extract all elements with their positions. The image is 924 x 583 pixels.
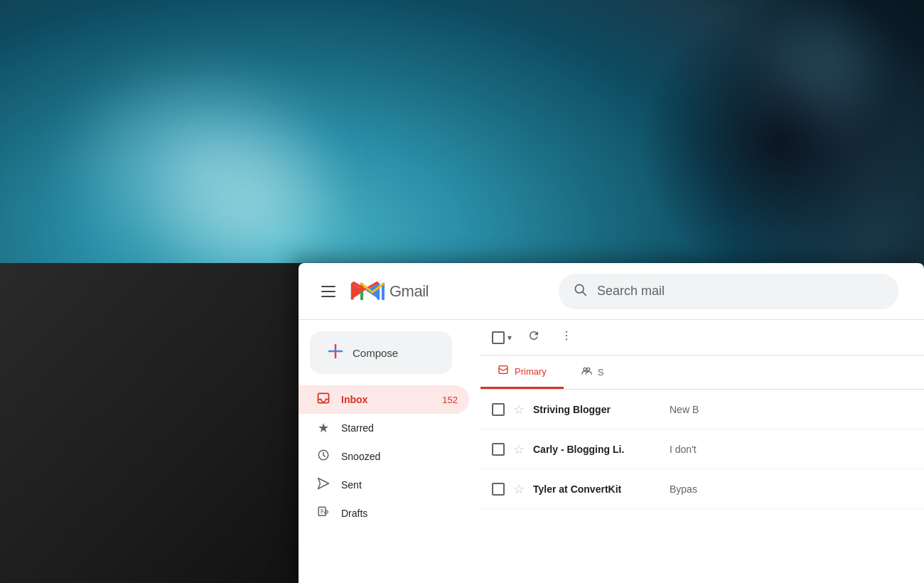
gmail-label: Gmail bbox=[390, 282, 429, 301]
sidebar-item-sent[interactable]: Sent bbox=[299, 471, 469, 499]
starred-label: Starred bbox=[341, 422, 458, 434]
drafts-icon bbox=[316, 506, 331, 521]
svg-point-22 bbox=[566, 331, 567, 333]
snooze-icon bbox=[316, 449, 331, 464]
select-all-checkbox[interactable]: ▾ bbox=[492, 331, 512, 344]
compose-plus-icon bbox=[327, 343, 344, 363]
email-tabs: Primary S bbox=[480, 355, 924, 390]
gmail-header: Gmail Search mail bbox=[299, 263, 924, 320]
tab-primary[interactable]: Primary bbox=[480, 355, 564, 389]
star-button-3[interactable]: ☆ bbox=[513, 481, 525, 497]
svg-point-27 bbox=[586, 368, 589, 370]
star-button-1[interactable]: ☆ bbox=[513, 402, 525, 417]
svg-line-9 bbox=[583, 292, 586, 296]
search-bar[interactable]: Search mail bbox=[559, 274, 898, 309]
gmail-body: Compose Inbox 152 ★ Starred bbox=[299, 320, 924, 583]
hamburger-line-3 bbox=[321, 296, 335, 297]
email-row[interactable]: ☆ Tyler at ConvertKit Bypas bbox=[480, 469, 924, 509]
refresh-button[interactable] bbox=[523, 325, 544, 350]
hamburger-menu-button[interactable] bbox=[316, 280, 341, 303]
more-options-button[interactable] bbox=[556, 325, 577, 350]
compose-label: Compose bbox=[353, 347, 398, 359]
svg-line-15 bbox=[323, 455, 325, 456]
drafts-label: Drafts bbox=[341, 508, 458, 519]
hamburger-line-2 bbox=[321, 291, 335, 292]
sidebar-item-inbox[interactable]: Inbox 152 bbox=[299, 385, 469, 414]
sender-2: Carly - Blogging Li. bbox=[533, 444, 661, 455]
preview-2: I don't bbox=[670, 444, 913, 455]
compose-button[interactable]: Compose bbox=[310, 331, 452, 374]
gmail-panel: Gmail Search mail bbox=[299, 263, 924, 583]
sidebar-item-snoozed[interactable]: Snoozed bbox=[299, 442, 469, 471]
sender-3: Tyler at ConvertKit bbox=[533, 483, 661, 495]
sent-label: Sent bbox=[341, 479, 458, 491]
primary-tab-label: Primary bbox=[515, 366, 547, 377]
email-checkbox-2[interactable] bbox=[492, 443, 505, 456]
header-left: Gmail bbox=[310, 280, 544, 303]
sidebar-item-drafts[interactable]: Drafts bbox=[299, 499, 469, 528]
inbox-count: 152 bbox=[442, 395, 458, 405]
gmail-logo: Gmail bbox=[350, 280, 429, 303]
inbox-icon bbox=[316, 391, 331, 409]
preview-3: Bypas bbox=[670, 483, 913, 495]
tab-social[interactable]: S bbox=[564, 355, 621, 389]
gmail-logo-svg bbox=[360, 282, 385, 301]
email-checkbox-3[interactable] bbox=[492, 483, 505, 496]
sidebar-item-starred[interactable]: ★ Starred bbox=[299, 414, 469, 442]
star-button-2[interactable]: ☆ bbox=[513, 442, 525, 457]
email-checkbox-1[interactable] bbox=[492, 403, 505, 416]
bg-dark-corner bbox=[640, 0, 924, 284]
social-tab-label: S bbox=[598, 367, 604, 378]
sent-icon bbox=[316, 477, 331, 493]
svg-point-26 bbox=[584, 368, 586, 370]
email-row[interactable]: ☆ Striving Blogger New B bbox=[480, 390, 924, 429]
svg-point-23 bbox=[566, 335, 567, 336]
checkbox-box[interactable] bbox=[492, 331, 505, 344]
svg-rect-25 bbox=[499, 366, 507, 374]
social-tab-icon bbox=[581, 365, 592, 380]
email-area: ▾ bbox=[480, 320, 924, 583]
svg-marker-16 bbox=[318, 478, 329, 489]
email-row[interactable]: ☆ Carly - Blogging Li. I don't bbox=[480, 429, 924, 469]
hamburger-line-1 bbox=[321, 286, 335, 287]
preview-1: New B bbox=[670, 404, 913, 415]
email-toolbar: ▾ bbox=[480, 320, 924, 355]
sidebar: Compose Inbox 152 ★ Starred bbox=[299, 320, 480, 583]
inbox-label: Inbox bbox=[341, 394, 432, 405]
sender-1: Striving Blogger bbox=[533, 404, 661, 415]
search-placeholder-text: Search mail bbox=[597, 284, 665, 299]
select-dropdown-icon[interactable]: ▾ bbox=[507, 333, 512, 343]
primary-tab-icon bbox=[498, 364, 509, 378]
svg-point-24 bbox=[566, 338, 567, 340]
star-icon: ★ bbox=[316, 420, 331, 436]
snoozed-label: Snoozed bbox=[341, 451, 458, 462]
email-list: ☆ Striving Blogger New B ☆ Carly - Blogg… bbox=[480, 390, 924, 509]
laptop-left-panel bbox=[0, 263, 313, 583]
search-icon bbox=[573, 282, 587, 300]
